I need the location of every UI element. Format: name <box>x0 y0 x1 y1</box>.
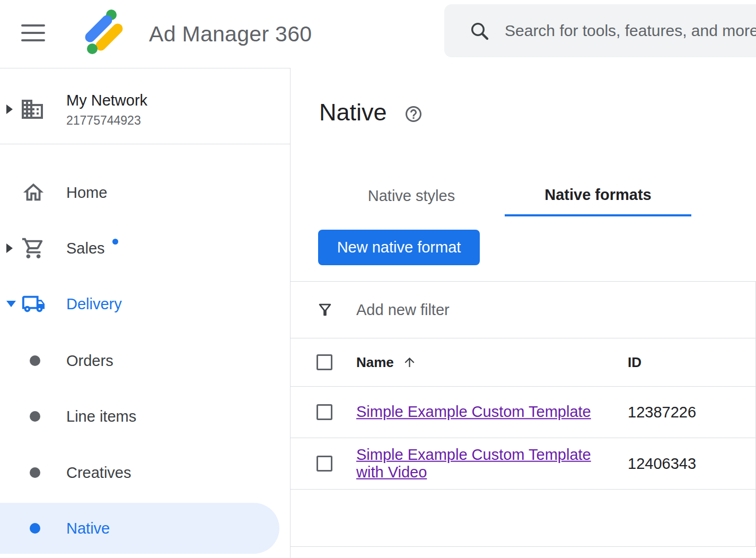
global-search[interactable] <box>444 4 756 57</box>
sidebar-item-native[interactable]: Native <box>0 503 279 554</box>
tab-label: Native formats <box>544 186 651 204</box>
tab-native-styles[interactable]: Native styles <box>318 175 505 216</box>
row-checkbox[interactable] <box>317 404 332 420</box>
sidebar-item-home[interactable]: Home <box>0 167 279 218</box>
sidebar-item-label: Delivery <box>66 295 122 313</box>
menu-bar <box>21 32 45 34</box>
tab-native-formats[interactable]: Native formats <box>505 175 691 216</box>
triangle-right-icon[interactable] <box>6 243 13 253</box>
building-icon <box>20 97 45 122</box>
product-title: Ad Manager 360 <box>149 0 312 68</box>
add-new-filter-button[interactable]: Add new filter <box>356 301 450 319</box>
sidebar-item-label: Native <box>66 520 110 537</box>
name-column-header[interactable]: Name <box>356 354 417 371</box>
sidebar-item-label: Home <box>66 184 107 202</box>
bullet-icon <box>30 411 40 422</box>
network-info: My Network 21775744923 <box>66 92 147 128</box>
filter-funnel-icon[interactable] <box>316 301 334 319</box>
divider <box>0 144 290 144</box>
bullet-icon <box>30 467 40 478</box>
new-native-format-button[interactable]: New native format <box>318 230 480 265</box>
home-icon <box>21 180 46 205</box>
shopping-cart-icon <box>21 236 46 260</box>
notification-dot <box>112 239 118 245</box>
sidebar-item-sales[interactable]: Sales <box>0 223 279 274</box>
native-formats-table: Add new filter Name ID Simple Example Cu… <box>291 281 756 547</box>
column-label-name: Name <box>356 354 394 371</box>
ad-manager-logo-icon <box>78 7 129 58</box>
triangle-down-icon[interactable] <box>6 301 16 307</box>
menu-bar <box>21 24 45 27</box>
triangle-right-icon[interactable] <box>6 104 13 114</box>
tab-bar: Native styles Native formats <box>318 175 691 216</box>
search-icon <box>469 20 490 41</box>
sort-ascending-icon[interactable] <box>402 355 417 370</box>
sidebar-item-creatives[interactable]: Creatives <box>0 447 279 498</box>
id-column-header: ID <box>628 354 641 371</box>
truck-icon <box>21 292 46 316</box>
sidebar-item-label: Sales <box>66 240 105 257</box>
table-header-row: Name ID <box>291 338 755 387</box>
network-name: My Network <box>66 92 147 109</box>
table-row: Simple Example Custom Template 12387226 <box>291 387 755 438</box>
sidebar-item-line-items[interactable]: Line items <box>0 391 279 442</box>
tab-label: Native styles <box>368 187 455 205</box>
top-app-bar: Ad Manager 360 <box>0 0 756 68</box>
filter-bar: Add new filter <box>291 282 755 338</box>
sidebar-item-label: Creatives <box>66 464 131 482</box>
sidebar-item-orders[interactable]: Orders <box>0 335 279 386</box>
help-icon[interactable] <box>404 104 423 124</box>
sidebar: My Network 21775744923 Home Sales Delive… <box>0 68 291 558</box>
network-id: 21775744923 <box>66 114 147 128</box>
sidebar-item-label: Line items <box>66 408 136 425</box>
menu-icon[interactable] <box>21 24 45 41</box>
native-format-link[interactable]: Simple Example Custom Template with Vide… <box>356 446 603 482</box>
select-all-checkbox[interactable] <box>317 354 332 370</box>
bullet-icon <box>30 355 40 366</box>
search-input[interactable] <box>504 21 756 40</box>
table-row: Simple Example Custom Template with Vide… <box>291 438 755 490</box>
menu-bar <box>21 39 45 41</box>
sidebar-item-delivery[interactable]: Delivery <box>0 278 279 329</box>
native-format-link[interactable]: Simple Example Custom Template <box>356 403 591 421</box>
row-checkbox[interactable] <box>317 456 332 472</box>
bullet-icon <box>30 523 40 534</box>
main-content: Native Native styles Native formats New … <box>291 68 756 558</box>
page-title: Native <box>319 99 387 126</box>
row-id: 12406343 <box>628 455 696 473</box>
row-id: 12387226 <box>628 404 696 421</box>
sidebar-item-label: Orders <box>66 352 113 370</box>
table-empty-space <box>291 490 755 547</box>
network-selector[interactable]: My Network 21775744923 <box>0 83 290 136</box>
